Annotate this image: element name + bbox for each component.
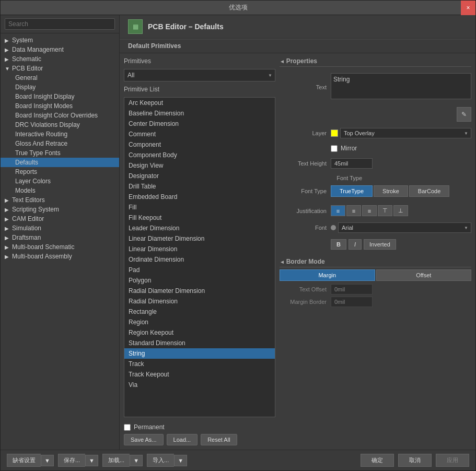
italic-button[interactable]: I xyxy=(349,239,362,250)
list-item[interactable]: Via xyxy=(124,380,275,390)
list-item[interactable]: Baseline Dimension xyxy=(124,108,275,119)
sidebar-item-models[interactable]: Models xyxy=(1,186,119,195)
list-item[interactable]: Arc Keepout xyxy=(124,98,275,108)
sidebar-item-multi-board-schematic[interactable]: ▶Multi-board Schematic xyxy=(1,242,119,252)
sidebar-item-board-insight-color-overrides[interactable]: Board Insight Color Overrides xyxy=(1,111,119,120)
load-arrow[interactable]: ▼ xyxy=(130,455,143,466)
list-item[interactable]: Ordinate Dimension xyxy=(124,254,275,265)
just-right-button[interactable]: ≡ xyxy=(362,205,377,216)
just-left-button[interactable]: ≡ xyxy=(331,205,345,216)
list-item[interactable]: Rectangle xyxy=(124,307,275,317)
save-as-button[interactable]: Save As... xyxy=(124,434,164,445)
sidebar-item-scripting-system[interactable]: ▶Scripting System xyxy=(1,205,119,214)
save-arrow[interactable]: ▼ xyxy=(85,455,98,466)
search-input[interactable] xyxy=(5,18,115,30)
list-item[interactable]: Linear Diameter Dimension xyxy=(124,233,275,244)
inverted-button[interactable]: Inverted xyxy=(364,239,396,250)
list-item[interactable]: Embedded Board xyxy=(124,192,275,202)
list-item[interactable]: Fill xyxy=(124,202,275,213)
import-arrow[interactable]: ▼ xyxy=(174,455,187,466)
border-btn-margin[interactable]: Margin xyxy=(280,269,375,281)
just-center-button[interactable]: ≡ xyxy=(346,205,361,216)
list-item[interactable]: Component xyxy=(124,139,275,150)
sidebar-item-layer-colors[interactable]: Layer Colors xyxy=(1,176,119,186)
reset-all-button[interactable]: Reset All xyxy=(201,434,237,445)
list-item[interactable]: Design View xyxy=(124,160,275,171)
apply-button[interactable]: 应用 xyxy=(436,454,469,467)
sidebar-item-multi-board-assembly[interactable]: ▶Multi-board Assembly xyxy=(1,252,119,261)
load-button[interactable]: 加载... xyxy=(102,454,130,467)
primitives-dropdown[interactable]: All xyxy=(124,69,275,81)
border-btn-offset[interactable]: Offset xyxy=(376,269,472,281)
sidebar-item-interactive-routing[interactable]: Interactive Routing xyxy=(1,129,119,139)
sidebar-item-defaults[interactable]: Defaults xyxy=(1,158,119,167)
sidebar-item-drc-violations-display[interactable]: DRC Violations Display xyxy=(1,120,119,129)
text-offset-input[interactable] xyxy=(331,284,373,295)
load-button[interactable]: Load... xyxy=(167,434,198,445)
sidebar-item-pcb-editor[interactable]: ▼PCB Editor xyxy=(1,64,119,73)
just-bottom-button[interactable]: ⊥ xyxy=(393,205,408,216)
sidebar-item-general[interactable]: General xyxy=(1,73,119,83)
list-item[interactable]: Component Body xyxy=(124,150,275,160)
sidebar-item-simulation[interactable]: ▶Simulation xyxy=(1,223,119,233)
sidebar: ▶System▶Data Management▶Schematic▼PCB Ed… xyxy=(1,15,120,450)
font-type-btn-truetype[interactable]: TrueType xyxy=(331,185,373,197)
sidebar-item-board-insight-modes[interactable]: Board Insight Modes xyxy=(1,101,119,111)
import-button[interactable]: 导入... xyxy=(147,454,174,467)
sidebar-item-board-insight-display[interactable]: Board Insight Display xyxy=(1,92,119,101)
arrow-icon: ▶ xyxy=(5,244,10,250)
font-type-btn-barcode[interactable]: BarCode xyxy=(409,185,449,197)
default-settings-arrow[interactable]: ▼ xyxy=(41,455,54,466)
list-item[interactable]: Radial Diameter Dimension xyxy=(124,286,275,296)
sidebar-item-gloss-and-retrace[interactable]: Gloss And Retrace xyxy=(1,139,119,148)
list-item[interactable]: Comment xyxy=(124,129,275,139)
sidebar-item-true-type-fonts[interactable]: True Type Fonts xyxy=(1,148,119,158)
sidebar-item-draftsman[interactable]: ▶Draftsman xyxy=(1,233,119,242)
list-item[interactable]: Designator xyxy=(124,171,275,181)
sidebar-item-schematic[interactable]: ▶Schematic xyxy=(1,54,119,64)
list-item[interactable]: Pad xyxy=(124,265,275,275)
list-item[interactable]: Region xyxy=(124,317,275,327)
sidebar-item-display[interactable]: Display xyxy=(1,83,119,92)
margin-border-input[interactable] xyxy=(331,297,373,307)
list-item[interactable]: Leader Dimension xyxy=(124,223,275,233)
font-dropdown[interactable]: Arial xyxy=(338,222,471,233)
cancel-button[interactable]: 取消 xyxy=(398,454,432,467)
layer-dropdown[interactable]: Top Overlay xyxy=(340,128,471,138)
save-button[interactable]: 保存... xyxy=(58,454,85,467)
text-height-input[interactable] xyxy=(331,158,373,169)
list-item[interactable]: Drill Table xyxy=(124,181,275,192)
list-item[interactable]: Fill Keepout xyxy=(124,213,275,223)
import-dropdown: 导入... ▼ xyxy=(147,454,187,467)
mirror-checkbox[interactable] xyxy=(331,145,338,152)
sidebar-item-data-management[interactable]: ▶Data Management xyxy=(1,45,119,54)
margin-border-row: Margin Border xyxy=(280,297,471,307)
sidebar-item-text-editors[interactable]: ▶Text Editors xyxy=(1,195,119,205)
list-item[interactable]: Center Dimension xyxy=(124,119,275,129)
list-item[interactable]: Standard Dimension xyxy=(124,338,275,348)
list-item[interactable]: Linear Dimension xyxy=(124,244,275,254)
sidebar-item-system[interactable]: ▶System xyxy=(1,36,119,45)
edit-button[interactable]: ✎ xyxy=(457,107,471,122)
sidebar-item-reports[interactable]: Reports xyxy=(1,167,119,176)
justification-buttons: ≡ ≡ ≡ ⊤ ⊥ xyxy=(331,205,408,216)
list-item[interactable]: Region Keepout xyxy=(124,327,275,338)
font-style-row: B I Inverted xyxy=(331,239,471,250)
sidebar-item-cam-editor[interactable]: ▶CAM Editor xyxy=(1,214,119,223)
list-item[interactable]: Track Keepout xyxy=(124,369,275,380)
ok-button[interactable]: 确定 xyxy=(361,454,394,467)
text-input[interactable] xyxy=(331,73,471,99)
border-mode-header: Border Mode xyxy=(280,258,471,267)
font-type-btn-stroke[interactable]: Stroke xyxy=(374,185,408,197)
edit-icon-row: ✎ xyxy=(280,107,471,122)
list-item[interactable]: Radial Dimension xyxy=(124,296,275,307)
default-settings-button[interactable]: 缺省设置 xyxy=(7,454,41,467)
list-item[interactable]: Polygon xyxy=(124,275,275,286)
permanent-checkbox[interactable] xyxy=(124,424,131,431)
bold-button[interactable]: B xyxy=(331,239,346,250)
list-item[interactable]: String xyxy=(124,348,275,359)
just-top-button[interactable]: ⊤ xyxy=(378,205,392,216)
close-button[interactable]: × xyxy=(461,1,475,15)
list-item[interactable]: Track xyxy=(124,359,275,369)
arrow-icon: ▶ xyxy=(5,197,10,203)
